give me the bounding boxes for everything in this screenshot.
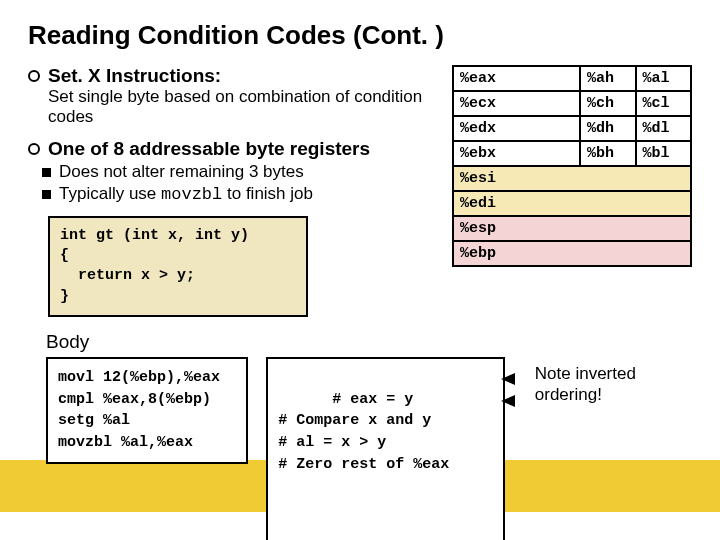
sub2mono: movzbl xyxy=(161,185,222,204)
left-arrow-icon xyxy=(501,395,515,407)
sub2a: Typically use xyxy=(59,184,161,203)
sub2b: to finish job xyxy=(222,184,313,203)
reg-full: %esi xyxy=(453,166,691,191)
sub-bullet-2-text: Typically use movzbl to finish job xyxy=(59,184,313,204)
table-row: %ebx%bh%bl xyxy=(453,141,691,166)
reg-full: %edx xyxy=(453,116,580,141)
table-row: %ebp xyxy=(453,241,691,266)
table-row: %esp xyxy=(453,216,691,241)
square-bullet-icon xyxy=(42,190,51,199)
slide-title: Reading Condition Codes (Cont. ) xyxy=(28,20,692,51)
reg-full: %esp xyxy=(453,216,691,241)
sub-bullet-2: Typically use movzbl to finish job xyxy=(28,184,434,204)
c-code-box: int gt (int x, int y) { return x > y; } xyxy=(48,216,308,317)
reg-lo: %dl xyxy=(636,116,691,141)
assembly-code-box: movl 12(%ebp),%eax cmpl %eax,8(%ebp) set… xyxy=(46,357,248,464)
bullet-2-title: One of 8 addressable byte registers xyxy=(48,138,370,160)
assembly-comments-text: # eax = y # Compare x and y # al = x > y… xyxy=(278,391,449,473)
sub-bullet-1: Does not alter remaining 3 bytes xyxy=(28,162,434,182)
table-row: %eax%ah%al xyxy=(453,66,691,91)
open-bullet-icon xyxy=(28,143,40,155)
left-column: Set. X Instructions: Set single byte bas… xyxy=(28,65,434,317)
reg-hi: %bh xyxy=(580,141,635,166)
table-row: %edi xyxy=(453,191,691,216)
reg-full: %eax xyxy=(453,66,580,91)
reg-full: %ecx xyxy=(453,91,580,116)
assembly-row: movl 12(%ebp),%eax cmpl %eax,8(%ebp) set… xyxy=(28,357,692,540)
reg-lo: %al xyxy=(636,66,691,91)
left-arrow-icon xyxy=(501,373,515,385)
reg-hi: %dh xyxy=(580,116,635,141)
right-column: %eax%ah%al%ecx%ch%cl%edx%dh%dl%ebx%bh%bl… xyxy=(452,65,692,317)
table-row: %esi xyxy=(453,166,691,191)
reg-full: %edi xyxy=(453,191,691,216)
reg-lo: %bl xyxy=(636,141,691,166)
reg-full: %ebx xyxy=(453,141,580,166)
reg-full: %ebp xyxy=(453,241,691,266)
reg-hi: %ah xyxy=(580,66,635,91)
slide-content: Reading Condition Codes (Cont. ) Set. X … xyxy=(0,0,720,540)
body-label: Body xyxy=(46,331,692,353)
table-row: %edx%dh%dl xyxy=(453,116,691,141)
bullet-1: Set. X Instructions: xyxy=(28,65,434,87)
bullet-1-title: Set. X Instructions: xyxy=(48,65,221,87)
sub-bullet-1-text: Does not alter remaining 3 bytes xyxy=(59,162,304,182)
open-bullet-icon xyxy=(28,70,40,82)
bullet-1-desc: Set single byte based on combination of … xyxy=(48,87,434,128)
reg-hi: %ch xyxy=(580,91,635,116)
register-table: %eax%ah%al%ecx%ch%cl%edx%dh%dl%ebx%bh%bl… xyxy=(452,65,692,267)
bullet-2: One of 8 addressable byte registers xyxy=(28,138,434,160)
note-text: Note inverted ordering! xyxy=(535,363,692,406)
two-column-layout: Set. X Instructions: Set single byte bas… xyxy=(28,65,692,317)
reg-lo: %cl xyxy=(636,91,691,116)
table-row: %ecx%ch%cl xyxy=(453,91,691,116)
assembly-comments-box: # eax = y # Compare x and y # al = x > y… xyxy=(266,357,505,540)
square-bullet-icon xyxy=(42,168,51,177)
